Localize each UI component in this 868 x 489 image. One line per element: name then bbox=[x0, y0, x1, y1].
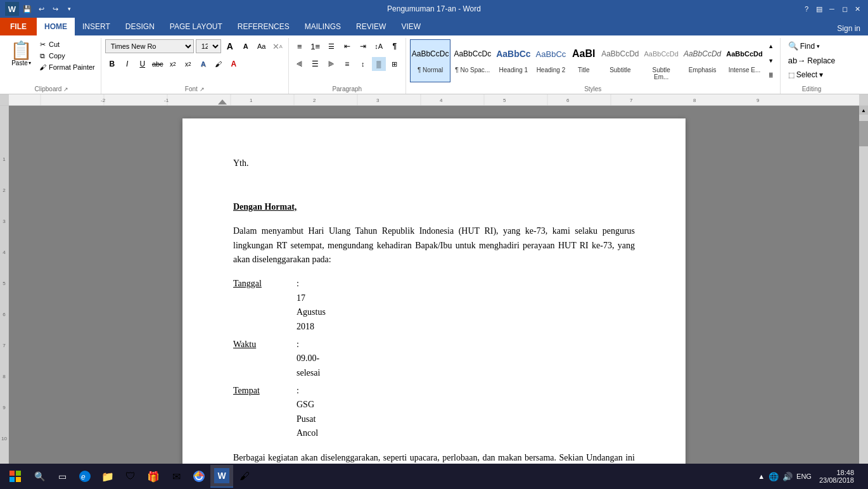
help-button[interactable]: ? bbox=[801, 3, 812, 15]
app-icon: W bbox=[5, 2, 19, 16]
paste-button[interactable]: 📋 Paste▾ bbox=[6, 39, 36, 69]
scroll-track[interactable] bbox=[859, 115, 868, 464]
decrease-indent-button[interactable]: ⇤ bbox=[340, 39, 354, 53]
para-row-2: ⫷ ☰ ⫸ ≡ ↕ ▒ ⊞ bbox=[293, 57, 402, 71]
justify-button[interactable]: ≡ bbox=[340, 57, 354, 71]
replace-button[interactable]: ab→ Replace bbox=[784, 54, 839, 67]
format-painter-icon: 🖌 bbox=[38, 63, 47, 72]
numbering-button[interactable]: 1≡ bbox=[309, 39, 322, 53]
document-content: Yth. Dengan Hormat, Dalam menyambut Hari… bbox=[233, 156, 635, 473]
detail-row-tempat: Tempat : GSG Pusat Ancol bbox=[233, 384, 635, 441]
ribbon-tabs: FILE HOME INSERT DESIGN PAGE LAYOUT REFE… bbox=[0, 18, 868, 35]
borders-button[interactable]: ⊞ bbox=[388, 57, 402, 71]
style-intense-em[interactable]: AaBbCcDd Intense E... bbox=[724, 39, 764, 82]
styles-scroll-up[interactable]: ▲ bbox=[766, 41, 776, 51]
font-size-select[interactable]: 12 bbox=[196, 39, 221, 53]
ribbon-toggle[interactable]: ▤ bbox=[814, 3, 825, 15]
label-tempat: Tempat bbox=[233, 384, 297, 441]
tab-view[interactable]: VIEW bbox=[393, 18, 428, 35]
copy-button[interactable]: ⧉ Copy bbox=[36, 51, 97, 61]
tab-file[interactable]: FILE bbox=[0, 18, 37, 35]
svg-text:2: 2 bbox=[313, 98, 316, 103]
superscript-button[interactable]: x2 bbox=[181, 57, 195, 71]
styles-scroll-down[interactable]: ▼ bbox=[766, 56, 776, 66]
increase-indent-button[interactable]: ⇥ bbox=[356, 39, 370, 53]
sign-in-button[interactable]: Sign in bbox=[829, 22, 868, 35]
word-taskbar-icon[interactable]: W bbox=[210, 465, 233, 488]
strikethrough-button[interactable]: abc bbox=[151, 57, 165, 71]
cut-button[interactable]: ✂ Cut bbox=[36, 39, 97, 49]
style-subtitle-preview: AaBbCcDd bbox=[601, 41, 639, 67]
style-title[interactable]: AaBI Title bbox=[569, 39, 598, 82]
style-normal[interactable]: AaBbCcDc ¶ Normal bbox=[410, 39, 451, 82]
style-subtle-em[interactable]: AaBbCcDd Subtle Em... bbox=[642, 39, 680, 82]
style-heading1[interactable]: AaBbCc Heading 1 bbox=[494, 39, 532, 82]
sort-button[interactable]: ↕A bbox=[372, 39, 386, 53]
mail-icon[interactable]: ✉ bbox=[165, 465, 188, 488]
style-no-spacing[interactable]: AaBbCcDc ¶ No Spac... bbox=[452, 39, 493, 82]
clear-format-button[interactable]: ✕A bbox=[271, 39, 284, 53]
clock[interactable]: 18:48 23/08/2018 bbox=[819, 469, 859, 484]
scroll-thumb[interactable] bbox=[859, 121, 868, 146]
subscript-button[interactable]: x2 bbox=[166, 57, 180, 71]
tab-home[interactable]: HOME bbox=[37, 18, 75, 35]
styles-gallery: AaBbCcDc ¶ Normal AaBbCcDc ¶ No Spac... … bbox=[410, 39, 765, 82]
line-spacing-button[interactable]: ↕ bbox=[356, 57, 370, 71]
tab-design[interactable]: DESIGN bbox=[118, 18, 162, 35]
show-hidden-icons[interactable]: ▲ bbox=[758, 473, 765, 480]
editing-controls: 🔍 Find ▾ ab→ Replace ⬚ Select ▾ bbox=[784, 39, 839, 82]
tab-references[interactable]: REFERENCES bbox=[230, 18, 297, 35]
font-color-button[interactable]: A bbox=[227, 57, 241, 71]
text-highlight-button[interactable]: 🖌 bbox=[212, 57, 226, 71]
tab-review[interactable]: REVIEW bbox=[348, 18, 393, 35]
scroll-up-arrow[interactable]: ▲ bbox=[859, 106, 868, 115]
font-row-1: Times New Ro 12 A A Aa ✕A bbox=[105, 39, 284, 53]
paint-icon[interactable]: 🖌 bbox=[233, 465, 256, 488]
decrease-font-button[interactable]: A bbox=[239, 39, 253, 53]
chrome-icon[interactable] bbox=[188, 465, 210, 488]
italic-button[interactable]: I bbox=[120, 57, 134, 71]
select-button[interactable]: ⬚ Select ▾ bbox=[784, 68, 827, 81]
close-button[interactable]: ✕ bbox=[852, 3, 863, 15]
document-scroll-area[interactable]: Yth. Dengan Hormat, Dalam menyambut Hari… bbox=[9, 106, 859, 473]
customize-quick-access[interactable]: ▾ bbox=[63, 3, 75, 15]
defender-icon[interactable]: 🛡 bbox=[119, 465, 142, 488]
tab-page-layout[interactable]: PAGE LAYOUT bbox=[162, 18, 230, 35]
format-painter-button[interactable]: 🖌 Format Painter bbox=[36, 62, 97, 72]
bullets-button[interactable]: ≡ bbox=[293, 39, 307, 53]
search-taskbar-button[interactable]: 🔍 bbox=[28, 465, 51, 488]
redo-button[interactable]: ↪ bbox=[49, 3, 61, 15]
edge-icon[interactable]: e bbox=[73, 465, 96, 488]
show-hide-button[interactable]: ¶ bbox=[388, 39, 402, 53]
multilevel-list-button[interactable]: ☰ bbox=[324, 39, 338, 53]
align-center-button[interactable]: ☰ bbox=[309, 57, 322, 71]
bold-button[interactable]: B bbox=[105, 57, 119, 71]
align-left-button[interactable]: ⫷ bbox=[293, 57, 307, 71]
store-icon[interactable]: 🎁 bbox=[142, 465, 165, 488]
increase-font-button[interactable]: A bbox=[223, 39, 237, 53]
style-emphasis[interactable]: AaBbCcDd Emphasis bbox=[682, 39, 723, 82]
style-subtitle[interactable]: AaBbCcDd Subtitle bbox=[599, 39, 641, 82]
explorer-icon[interactable]: 📁 bbox=[96, 465, 119, 488]
svg-text:9: 9 bbox=[756, 98, 760, 103]
save-button[interactable]: 💾 bbox=[22, 3, 33, 15]
restore-button[interactable]: ◻ bbox=[839, 3, 850, 15]
start-button[interactable] bbox=[3, 464, 28, 489]
minimize-button[interactable]: ─ bbox=[826, 3, 838, 15]
right-scrollbar[interactable]: ▲ ▼ bbox=[859, 106, 868, 473]
find-button[interactable]: 🔍 Find ▾ bbox=[784, 39, 824, 53]
colon-waktu: : 09.00- selesai bbox=[297, 338, 309, 380]
style-heading2[interactable]: AaBbCc Heading 2 bbox=[534, 39, 568, 82]
shading-button[interactable]: ▒ bbox=[372, 57, 386, 71]
underline-button[interactable]: U bbox=[136, 57, 150, 71]
font-family-select[interactable]: Times New Ro bbox=[105, 39, 194, 53]
paste-icon: 📋 bbox=[10, 42, 32, 60]
styles-more[interactable]: ≣ bbox=[766, 70, 776, 80]
text-effect-button[interactable]: A bbox=[196, 57, 210, 71]
tab-mailings[interactable]: MAILINGS bbox=[297, 18, 348, 35]
undo-button[interactable]: ↩ bbox=[35, 3, 47, 15]
tab-insert[interactable]: INSERT bbox=[75, 18, 118, 35]
change-case-button[interactable]: Aa bbox=[255, 39, 269, 53]
align-right-button[interactable]: ⫸ bbox=[324, 57, 338, 71]
task-view-button[interactable]: ▭ bbox=[51, 465, 73, 488]
